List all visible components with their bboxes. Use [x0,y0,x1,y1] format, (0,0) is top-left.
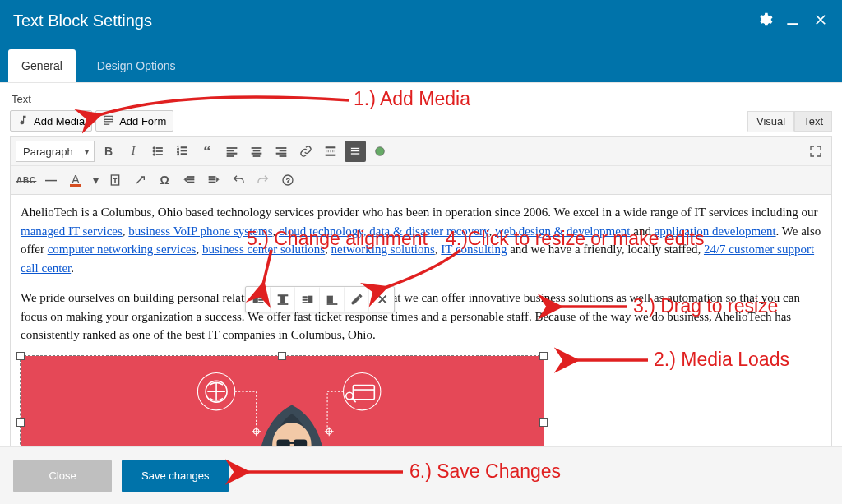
redo-button[interactable] [252,169,274,191]
editor-tab-text[interactable]: Text [794,111,832,132]
link-voip[interactable]: business VoIP phone systems [128,224,272,238]
svg-rect-48 [353,385,374,399]
svg-rect-20 [252,147,261,148]
blockquote-button[interactable]: “ [197,141,218,162]
add-media-button[interactable]: Add Media [10,110,92,132]
resize-handle-tl[interactable] [16,352,25,360]
svg-rect-67 [280,296,285,303]
svg-rect-41 [209,179,215,180]
svg-rect-25 [280,150,286,151]
text-color-button[interactable]: A [65,169,86,191]
indent-button[interactable] [203,169,224,191]
svg-rect-27 [280,155,286,156]
add-media-label: Add Media [34,115,85,127]
svg-rect-23 [253,155,260,156]
undo-button[interactable] [228,169,249,191]
svg-rect-3 [104,123,109,124]
gear-icon[interactable] [756,12,773,30]
close-button[interactable]: Close [13,460,112,492]
svg-rect-39 [187,182,194,183]
align-center-button[interactable] [246,141,267,162]
tab-design-options[interactable]: Design Options [84,49,189,82]
save-changes-button[interactable]: Save changes [122,460,229,492]
svg-rect-75 [327,303,337,304]
music-note-icon [17,114,29,128]
link-appdev[interactable]: application development [655,224,776,238]
editor-toolbar: Paragraph B I 123 “ ABC — A ▾ T Ω [10,136,832,195]
editor-tab-visual[interactable]: Visual [747,111,794,132]
link-netsol[interactable]: networking solutions [331,243,435,256]
svg-text:3: 3 [177,152,179,156]
link-button[interactable] [295,141,317,162]
align-right-button[interactable] [271,141,292,162]
image-align-center-button[interactable] [271,287,295,312]
link-webdev[interactable]: web design & development [495,224,631,238]
editor-content[interactable]: AhelioTech is a Columbus, Ohio based tec… [10,195,832,446]
minimize-icon[interactable] [784,12,801,30]
svg-point-6 [153,150,155,153]
svg-rect-38 [187,179,194,180]
svg-rect-24 [276,147,286,148]
link-managed-it[interactable]: managed IT services [21,224,123,238]
fullscreen-button[interactable] [805,141,826,162]
embedded-image[interactable] [21,356,544,447]
align-left-button[interactable] [221,141,243,162]
number-list-button[interactable]: 123 [172,141,193,162]
svg-rect-71 [303,297,307,298]
image-remove-button[interactable] [369,287,394,312]
svg-rect-22 [252,153,261,154]
resize-handle-ml[interactable] [16,418,25,427]
link-bizcenter[interactable]: business center solutions [202,243,325,256]
resize-handle-mr[interactable] [539,418,548,427]
image-align-none-button[interactable] [320,287,345,312]
svg-rect-13 [181,150,187,151]
window-header: Text Block Settings [0,0,842,41]
italic-button[interactable]: I [123,141,144,162]
svg-rect-60 [277,439,290,446]
footer: Close Save changes [0,446,842,504]
resize-handle-tr[interactable] [539,352,548,360]
svg-rect-61 [294,439,307,446]
svg-rect-31 [351,147,360,149]
hr-button[interactable]: — [40,169,62,191]
media-button-row: Add Media Add Form Visual Text [10,110,832,132]
bold-button[interactable]: B [98,141,119,162]
format-select[interactable]: Paragraph [16,141,95,162]
svg-rect-2 [104,119,113,121]
text-color-dropdown[interactable]: ▾ [90,169,101,191]
image-align-right-button[interactable] [295,287,320,312]
link-itcons[interactable]: IT consulting [441,243,507,256]
image-align-left-button[interactable] [246,287,271,312]
svg-rect-68 [278,295,288,296]
outdent-button[interactable] [178,169,200,191]
bullet-list-button[interactable] [147,141,169,162]
tab-general[interactable]: General [8,49,76,82]
image-illustration [21,356,544,447]
close-icon[interactable] [812,12,829,30]
svg-rect-64 [259,297,263,298]
svg-rect-62 [289,442,294,443]
clear-format-button[interactable] [129,169,150,191]
add-form-button[interactable]: Add Form [95,110,173,132]
svg-text:?: ? [286,177,290,184]
svg-rect-63 [253,296,257,303]
svg-rect-0 [787,23,798,25]
distraction-free-button[interactable] [369,141,391,162]
svg-rect-26 [276,153,286,154]
link-cloud[interactable]: cloud technology, data & disaster recove… [279,224,488,238]
toolbar-toggle-button[interactable] [345,141,366,162]
image-edit-button[interactable] [345,287,369,312]
resize-handle-mt[interactable] [278,352,286,360]
strikethrough-button[interactable]: ABC [16,169,37,191]
link-netserv[interactable]: computer networking services [48,243,197,256]
special-char-button[interactable]: Ω [154,169,175,191]
help-button[interactable]: ? [277,169,298,191]
read-more-button[interactable] [320,141,341,162]
svg-rect-28 [326,147,335,148]
paste-text-button[interactable]: T [104,169,126,191]
svg-text:T: T [113,178,117,183]
tab-bar: General Design Options [0,41,842,82]
svg-rect-72 [303,299,307,300]
svg-rect-21 [253,150,260,151]
svg-rect-16 [227,147,237,148]
